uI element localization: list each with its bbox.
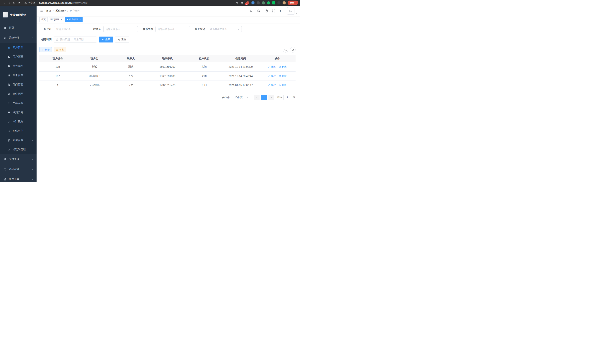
tab-home[interactable]: 首页 bbox=[39, 17, 47, 22]
bookmark-star-button[interactable] bbox=[239, 0, 244, 5]
goto-page-input[interactable] bbox=[283, 95, 291, 100]
app-logo-row[interactable]: 芋道管理系统 bbox=[0, 6, 37, 21]
edit-button[interactable]: 修改 bbox=[268, 65, 276, 68]
sidebar-item-audit-log[interactable]: 审计日志 bbox=[0, 117, 37, 126]
chevron-down-icon bbox=[32, 139, 34, 141]
table-row: 107测试租户秃头15601691300关闭2021-12-14 20:49:4… bbox=[39, 71, 296, 81]
tenant-status-select[interactable]: 请选择租户状态 bbox=[208, 26, 242, 32]
sidebar-item-menu[interactable]: 菜单管理 bbox=[0, 71, 37, 80]
toggle-search-button[interactable] bbox=[283, 47, 288, 53]
extension-icon-1[interactable]: 10 bbox=[246, 1, 249, 4]
pagination-total: 共 3 条 bbox=[222, 96, 230, 99]
tab-close-icon[interactable]: × bbox=[61, 19, 62, 21]
column-header: 创建时间 bbox=[222, 55, 259, 62]
github-link[interactable] bbox=[256, 8, 262, 14]
signal-icon bbox=[7, 130, 10, 132]
address-bar[interactable]: dashboard.yudao.iocoder.cn/system/tenant bbox=[39, 1, 234, 4]
font-size-button[interactable]: TT bbox=[278, 8, 284, 14]
extension-icon-6[interactable] bbox=[272, 1, 275, 4]
browser-back-button[interactable] bbox=[2, 0, 7, 5]
edit-button[interactable]: 修改 bbox=[268, 75, 276, 78]
add-button[interactable]: 新增 bbox=[39, 47, 52, 52]
date-end-placeholder: 结束日期 bbox=[74, 38, 84, 41]
page-size-select[interactable]: 10条/页 bbox=[233, 95, 250, 100]
extension-icon-4[interactable] bbox=[262, 1, 265, 4]
yen-icon bbox=[4, 158, 7, 161]
table-row: 1芋道源码芋艿17321315478开启2021-01-05 17:03:47修… bbox=[39, 81, 296, 90]
breadcrumb-item[interactable]: 首页 bbox=[46, 9, 51, 13]
prev-page-button[interactable] bbox=[254, 95, 260, 100]
users-icon bbox=[7, 65, 10, 67]
sidebar-toggle-button[interactable] bbox=[39, 9, 43, 13]
navbar: 首页/系统管理/租户管理 TT bbox=[37, 6, 300, 16]
search-button[interactable]: 搜索 bbox=[99, 37, 113, 42]
svg-text:T: T bbox=[280, 10, 281, 12]
tab-label: 首页 bbox=[41, 18, 46, 21]
sidebar-item-dept[interactable]: 部门管理 bbox=[0, 80, 37, 89]
sidebar-item-infra[interactable]: 基础设施 bbox=[0, 164, 37, 174]
contact-input[interactable] bbox=[103, 26, 138, 32]
sidebar-item-notice[interactable]: 通知公告 bbox=[0, 108, 37, 117]
sidebar-item-label: 错误码管理 bbox=[13, 148, 26, 151]
site-security-chip[interactable]: 不安全 bbox=[25, 1, 37, 4]
sidebar-item-sms[interactable]: 短信管理 bbox=[0, 136, 37, 145]
breadcrumb-item[interactable]: 系统管理 bbox=[55, 9, 66, 13]
tab-dept[interactable]: 部门管理× bbox=[49, 17, 64, 22]
table-body: 108测试测试15601691300关闭2021-12-14 21:02:09修… bbox=[39, 62, 296, 90]
page-unit-label: 页 bbox=[293, 96, 295, 99]
cell-contact: 测试 bbox=[112, 62, 149, 72]
sidebar-item-error-code[interactable]: 错误码管理 bbox=[0, 145, 37, 154]
extension-icon-7[interactable] bbox=[277, 1, 281, 4]
edit-button[interactable]: 修改 bbox=[268, 84, 276, 87]
sidebar-item-role[interactable]: 角色管理 bbox=[0, 61, 37, 71]
export-button[interactable]: 导出 bbox=[54, 47, 66, 52]
user-menu[interactable] bbox=[287, 7, 297, 15]
sidebar-item-dict[interactable]: 字典管理 bbox=[0, 99, 37, 108]
phone-input[interactable] bbox=[155, 26, 190, 32]
cell-actions: 修改删除 bbox=[259, 71, 296, 81]
extension-icon-5[interactable] bbox=[267, 1, 270, 4]
delete-button[interactable]: 删除 bbox=[279, 75, 286, 78]
refresh-table-button[interactable] bbox=[290, 47, 296, 53]
sidebar-item-pay[interactable]: 支付管理 bbox=[0, 154, 37, 164]
page-number-1[interactable]: 1 bbox=[262, 95, 267, 100]
page-size-value: 10条/页 bbox=[234, 96, 243, 99]
browser-home-button[interactable] bbox=[17, 0, 22, 5]
arrow-left-icon bbox=[3, 1, 6, 4]
sidebar-item-home[interactable]: 首页 bbox=[0, 23, 37, 33]
browser-forward-button[interactable] bbox=[7, 0, 12, 5]
browser-update-button[interactable]: 更新 bbox=[288, 0, 298, 5]
create-time-range-picker[interactable]: 开始日期 - 结束日期 bbox=[54, 37, 97, 42]
sidebar-item-label: 菜单管理 bbox=[13, 74, 23, 77]
list-icon bbox=[7, 74, 10, 77]
header-search-button[interactable] bbox=[248, 8, 254, 14]
extension-icon-8[interactable] bbox=[282, 1, 286, 4]
extension-icon-3[interactable] bbox=[257, 1, 260, 4]
sidebar-item-label: 系统管理 bbox=[9, 36, 19, 39]
star-icon bbox=[240, 1, 243, 4]
delete-button[interactable]: 删除 bbox=[279, 65, 286, 68]
tab-tenant[interactable]: 租户管理× bbox=[65, 17, 83, 22]
fullscreen-button[interactable] bbox=[271, 8, 277, 14]
delete-button[interactable]: 删除 bbox=[279, 84, 286, 87]
sidebar-item-tenant[interactable]: 租户管理 bbox=[0, 43, 37, 52]
chevron-down-icon bbox=[32, 121, 34, 123]
tenant-name-input[interactable] bbox=[54, 26, 88, 32]
download-icon bbox=[56, 49, 58, 51]
browser-menu-dots-wrap[interactable] bbox=[295, 1, 297, 4]
tab-close-icon[interactable]: × bbox=[79, 19, 81, 21]
sidebar-item-online-user[interactable]: 在线用户 bbox=[0, 126, 37, 136]
share-button[interactable] bbox=[234, 0, 239, 5]
sidebar-item-label: 通知公告 bbox=[13, 111, 23, 114]
help-docs-button[interactable] bbox=[263, 8, 269, 14]
column-header: 租户编号 bbox=[39, 55, 76, 62]
sidebar-item-post[interactable]: 岗位管理 bbox=[0, 89, 37, 99]
sidebar-item-user[interactable]: 用户管理 bbox=[0, 52, 37, 61]
next-page-button[interactable] bbox=[268, 95, 274, 100]
extension-icon-2[interactable] bbox=[251, 1, 254, 4]
reset-button[interactable]: 重置 bbox=[115, 37, 129, 42]
sidebar-item-system[interactable]: 系统管理 bbox=[0, 33, 37, 43]
broken-image-icon bbox=[289, 9, 292, 13]
sidebar-item-dev-tool[interactable]: 研发工具 bbox=[0, 174, 37, 182]
browser-reload-button[interactable] bbox=[12, 0, 17, 5]
